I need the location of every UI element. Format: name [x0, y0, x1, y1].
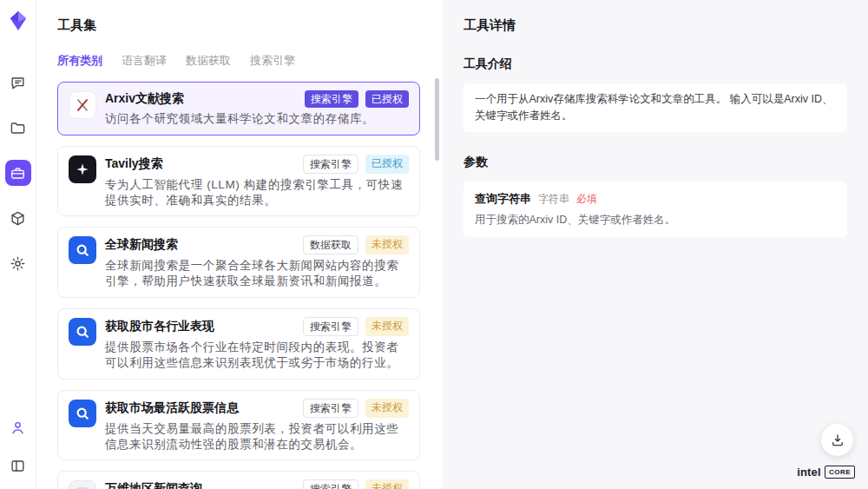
tool-icon — [69, 400, 96, 427]
tool-description: 专为人工智能代理 (LLM) 构建的搜索引擎工具，可快速提供实时、准确和真实的结… — [105, 177, 409, 208]
category-tab[interactable]: 所有类别 — [57, 53, 102, 69]
tool-badges: 搜索引擎 未授权 — [303, 479, 409, 489]
tool-card[interactable]: 获取股市各行业表现 搜索引擎 未授权 提供股票市场各个行业在特定时间段内的表现。… — [57, 308, 420, 380]
download-icon — [830, 433, 845, 448]
category-tab[interactable]: 数据获取 — [186, 53, 231, 69]
tool-description: 提供当天交易量最高的股票列表，投资者可以利用这些信息来识别流动性强的股票和潜在的… — [105, 421, 409, 453]
param-card: 查询字符串 字符串 必填 用于搜索的Arxiv ID、关键字或作者姓名。 — [464, 182, 847, 237]
sidebar-item-settings[interactable] — [5, 250, 31, 276]
tool-card[interactable]: 全球新闻搜索 数据获取 未授权 全球新闻搜索是一个聚合全球各大新闻网站内容的搜索… — [57, 227, 420, 298]
gear-icon — [10, 255, 26, 272]
tool-icon — [69, 91, 96, 119]
sparkle-icon — [74, 161, 91, 178]
tool-card-list: Arxiv文献搜索 搜索引擎 已授权 访问各个研究领域大量科学论文和文章的存储库… — [57, 82, 420, 489]
box-icon — [10, 210, 26, 227]
status-badge: 搜索引擎 — [303, 479, 358, 489]
sidebar-item-chat[interactable] — [5, 69, 31, 96]
tool-card-body: 万维地区新闻查询 搜索引擎 未授权 查询具体行政区划内的新闻，快速了解各地新闻动 — [105, 479, 409, 489]
sidebar-item-tools[interactable] — [5, 160, 31, 186]
status-badge: 数据获取 — [303, 235, 358, 254]
tool-card-head: 获取市场最活跃股票信息 搜索引擎 未授权 — [105, 399, 409, 418]
tool-card[interactable]: Arxiv文献搜索 搜索引擎 已授权 访问各个研究领域大量科学论文和文章的存储库… — [57, 82, 420, 135]
list-scrollbar[interactable] — [435, 78, 439, 161]
user-icon — [10, 420, 26, 436]
tool-card[interactable]: 万维地区新闻查询 搜索引擎 未授权 查询具体行政区划内的新闻，快速了解各地新闻动 — [57, 471, 420, 489]
detail-title: 工具详情 — [464, 17, 847, 34]
briefcase-icon — [10, 165, 26, 182]
core-badge: CORE — [825, 466, 855, 479]
sidebar-nav — [5, 69, 31, 276]
category-tab[interactable]: 搜索引擎 — [250, 53, 295, 69]
arxiv-icon — [74, 96, 91, 114]
tool-badges: 搜索引擎 未授权 — [303, 399, 409, 418]
search-icon — [74, 405, 91, 422]
tool-detail-panel: 工具详情 工具介绍 一个用于从Arxiv存储库搜索科学论文和文章的工具。 输入可… — [443, 0, 868, 489]
status-badge: 已授权 — [365, 90, 409, 108]
param-head: 查询字符串 字符串 必填 — [475, 191, 836, 207]
sidebar-item-profile[interactable] — [5, 414, 31, 440]
status-badge: 搜索引擎 — [303, 317, 358, 336]
intel-core-logo: intel CORE — [797, 466, 855, 479]
tool-card-head: 获取股市各行业表现 搜索引擎 未授权 — [105, 317, 409, 336]
tool-title: 万维地区新闻查询 — [105, 481, 202, 489]
param-required-badge: 必填 — [576, 192, 597, 207]
tool-icon — [69, 236, 96, 264]
tool-card-body: Arxiv文献搜索 搜索引擎 已授权 访问各个研究领域大量科学论文和文章的存储库… — [105, 90, 409, 127]
panel-toggle-icon — [10, 458, 26, 474]
tool-card-body: 全球新闻搜索 数据获取 未授权 全球新闻搜索是一个聚合全球各大新闻网站内容的搜索… — [105, 235, 409, 289]
tool-badges: 搜索引擎 已授权 — [305, 90, 409, 108]
tool-card[interactable]: Tavily搜索 搜索引擎 已授权 专为人工智能代理 (LLM) 构建的搜索引擎… — [57, 146, 420, 217]
status-badge: 搜索引擎 — [305, 90, 358, 108]
category-tabs: 所有类别 语言翻译 数据获取 搜索引擎 — [57, 53, 420, 69]
tool-card[interactable]: 获取市场最活跃股票信息 搜索引擎 未授权 提供当天交易量最高的股票列表，投资者可… — [57, 390, 420, 461]
folder-icon — [10, 120, 26, 136]
tool-title: Tavily搜索 — [105, 156, 163, 172]
tool-description: 访问各个研究领域大量科学论文和文章的存储库。 — [105, 111, 409, 127]
status-badge: 已授权 — [365, 155, 409, 174]
tool-icon — [69, 480, 96, 489]
param-name: 查询字符串 — [475, 191, 531, 207]
status-badge: 搜索引擎 — [303, 155, 358, 174]
sidebar-item-collapse[interactable] — [5, 453, 31, 479]
search-icon — [74, 241, 91, 259]
tool-badges: 搜索引擎 未授权 — [303, 317, 409, 336]
download-button[interactable] — [821, 424, 853, 456]
status-badge: 未授权 — [365, 317, 409, 336]
tool-title: Arxiv文献搜索 — [105, 91, 184, 107]
tool-card-head: 全球新闻搜索 数据获取 未授权 — [105, 235, 409, 254]
sidebar — [0, 0, 36, 489]
tool-badges: 搜索引擎 已授权 — [303, 155, 409, 174]
tool-title: 全球新闻搜索 — [105, 237, 178, 253]
tool-badges: 数据获取 未授权 — [303, 235, 409, 254]
intel-wordmark: intel — [797, 466, 821, 479]
gem-logo-icon[interactable] — [9, 10, 28, 31]
status-badge: 搜索引擎 — [303, 399, 358, 418]
param-type: 字符串 — [538, 192, 569, 207]
page-title: 工具集 — [57, 17, 420, 34]
tool-title: 获取市场最活跃股票信息 — [105, 400, 239, 416]
status-badge: 未授权 — [365, 399, 409, 418]
chat-icon — [10, 75, 26, 91]
sidebar-item-files[interactable] — [5, 115, 31, 141]
tool-list-panel: 工具集 所有类别 语言翻译 数据获取 搜索引擎 — [36, 0, 443, 489]
tool-icon — [69, 155, 96, 183]
sidebar-bottom — [5, 414, 31, 479]
intro-card: 一个用于从Arxiv存储库搜索科学论文和文章的工具。 输入可以是Arxiv ID… — [464, 83, 847, 132]
tool-card-body: 获取市场最活跃股票信息 搜索引擎 未授权 提供当天交易量最高的股票列表，投资者可… — [105, 399, 409, 453]
sidebar-item-packages[interactable] — [5, 205, 31, 231]
tool-card-body: 获取股市各行业表现 搜索引擎 未授权 提供股票市场各个行业在特定时间段内的表现。… — [105, 317, 409, 371]
category-tab[interactable]: 语言翻译 — [122, 53, 167, 69]
tool-card-body: Tavily搜索 搜索引擎 已授权 专为人工智能代理 (LLM) 构建的搜索引擎… — [105, 155, 409, 208]
tool-title: 获取股市各行业表现 — [105, 319, 214, 334]
tool-card-head: Tavily搜索 搜索引擎 已授权 — [105, 155, 409, 174]
news-doc-icon — [74, 486, 91, 489]
tool-icon — [69, 318, 96, 346]
tool-description: 全球新闻搜索是一个聚合全球各大新闻网站内容的搜索引擎，帮助用户快速获取全球最新资… — [105, 258, 409, 289]
status-badge: 未授权 — [365, 235, 409, 254]
tool-card-head: 万维地区新闻查询 搜索引擎 未授权 — [105, 479, 409, 489]
tool-description: 提供股票市场各个行业在特定时间段内的表现。投资者可以利用这些信息来识别表现优于或… — [105, 340, 409, 371]
tool-card-head: Arxiv文献搜索 搜索引擎 已授权 — [105, 90, 409, 108]
param-description: 用于搜索的Arxiv ID、关键字或作者姓名。 — [475, 213, 836, 228]
app-window: 工具集 所有类别 语言翻译 数据获取 搜索引擎 — [0, 0, 868, 489]
status-badge: 未授权 — [365, 479, 409, 489]
